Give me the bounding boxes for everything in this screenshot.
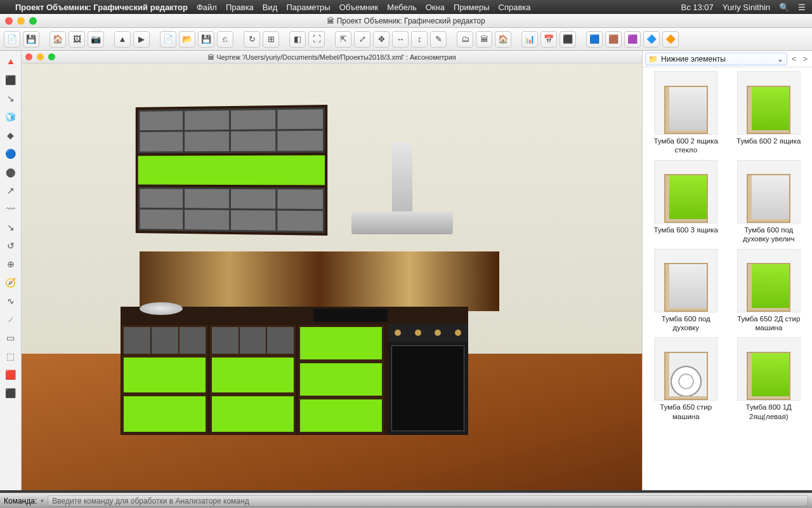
toolbar-button[interactable]: ⬛ [560,31,576,48]
tool-button[interactable]: ∿ [4,294,18,308]
range-hood[interactable] [330,106,475,234]
upper-cabinet[interactable] [136,105,328,236]
toolbar-button[interactable]: ◧ [289,31,306,48]
toolbar-button[interactable]: ↻ [244,31,260,48]
toolbar-button[interactable]: ↕ [411,31,428,48]
menu-furniture[interactable]: Мебель [387,3,417,12]
toolbar-button[interactable]: 🗂 [457,31,473,48]
catalog-item[interactable]: Тумба 800 1Д 2ящ(левая) [730,337,809,421]
toolbar-button[interactable]: 📄 [160,31,176,48]
tool-button[interactable]: 🧭 [4,276,18,290]
minimize-button[interactable] [17,17,25,25]
command-dropdown-icon[interactable]: ▾ [41,497,44,504]
cooktop[interactable] [313,309,388,321]
app-menu-title[interactable]: Проект Объемник: Графический редактор [15,3,188,12]
catalog-item[interactable]: Тумба 600 под духовку [646,249,726,333]
toolbar-button[interactable]: 🟪 [624,31,641,48]
tool-button[interactable]: ▭ [4,331,18,345]
toolbar-button[interactable]: ↔ [392,31,409,48]
spotlight-icon[interactable]: 🔍 [779,3,789,12]
base-cabinet[interactable] [121,324,209,435]
zoom-button[interactable] [29,17,37,25]
left-tool-palette: 🔺⬛↘🧊◆🔵⬤↗〰↘↺⊕🧭∿⟋▭⬚🟥⬛ [0,51,22,490]
toolbar-button[interactable]: 📄 [4,31,20,48]
toolbar-button[interactable]: 💾 [23,31,39,48]
tool-button[interactable]: ⬤ [4,165,18,179]
menu-extras-icon[interactable]: ☰ [798,3,806,12]
toolbar-button[interactable]: ✎ [430,31,447,48]
toolbar-button[interactable]: 📊 [521,31,538,48]
catalog-nav-back[interactable]: < [790,54,799,64]
doc-zoom-button[interactable] [48,53,55,60]
center-pane: 🏛 Чертеж '/Users/yuriy/Documents/Mebel/П… [22,51,642,490]
catalog-item[interactable]: Тумба 650 стир машина [646,337,726,421]
toolbar-button[interactable]: ▶ [133,31,150,48]
toolbar-button[interactable]: 🔶 [662,31,679,48]
doc-minimize-button[interactable] [37,53,44,60]
base-cabinet[interactable] [209,324,297,435]
tool-button[interactable]: ↘ [4,91,18,105]
toolbar-button[interactable]: 🏠 [49,31,66,48]
tool-button[interactable]: ⟋ [4,312,18,326]
tool-button[interactable]: 🔵 [4,147,18,161]
tool-button[interactable]: ⬚ [4,349,18,363]
catalog-nav-forward[interactable]: > [801,54,809,64]
tool-button[interactable]: 🟥 [4,368,18,382]
toolbar-button[interactable]: 🏠 [495,31,511,48]
catalog-thumbnail [654,337,717,401]
catalog-item[interactable]: Тумба 600 2 ящика стекло [646,71,726,155]
catalog-thumbnail [654,71,717,135]
menu-help[interactable]: Справка [499,3,531,12]
toolbar-button[interactable]: ▲ [114,31,131,48]
command-label: Команда: [4,497,37,505]
menu-examples[interactable]: Примеры [454,3,490,12]
tool-button[interactable]: ⊕ [4,257,18,271]
toolbar-button[interactable]: 💾 [198,31,214,48]
menu-file[interactable]: Файл [197,3,217,12]
tool-button[interactable]: ↘ [4,220,18,234]
tool-button[interactable]: 🧊 [4,110,18,124]
3d-viewport[interactable] [22,64,642,490]
toolbar-button[interactable]: 📷 [88,31,104,48]
toolbar-button[interactable]: ✥ [373,31,390,48]
toolbar-button[interactable]: 📅 [540,31,557,48]
catalog-item[interactable]: Тумба 650 2Д стир машина [730,249,809,333]
catalog-item[interactable]: Тумба 600 2 ящика [730,71,809,155]
tool-button[interactable]: ⬛ [4,73,18,87]
toolbar-button[interactable]: ⎌ [217,31,233,48]
menubar-user[interactable]: Yuriy Sinithin [723,3,770,12]
catalog-item[interactable]: Тумба 600 под духовку увелич [730,160,809,244]
toolbar-button[interactable]: ⇱ [335,31,351,48]
toolbar-button[interactable]: 🖼 [69,31,85,48]
main-toolbar: 📄💾🏠🖼📷▲▶📄📂💾⎌↻⊞◧⛶⇱⤢✥↔↕✎🗂🏛🏠📊📅⬛🟦🟫🟪🔷🔶 [0,28,812,51]
menu-edit[interactable]: Правка [226,3,254,12]
tool-button[interactable]: 〰 [4,202,18,216]
tool-button[interactable]: ◆ [4,128,18,142]
tool-button[interactable]: ↗ [4,184,18,197]
toolbar-button[interactable]: 🏛 [476,31,492,48]
tool-button[interactable]: 🔺 [4,55,18,69]
toolbar-button[interactable]: ⤢ [354,31,370,48]
tool-button[interactable]: ⬛ [4,386,18,400]
menu-view[interactable]: Вид [263,3,278,12]
toolbar-button[interactable]: 🟫 [605,31,622,48]
toolbar-button[interactable]: 🟦 [586,31,603,48]
toolbar-button[interactable]: ⊞ [263,31,279,48]
command-input[interactable] [48,495,808,507]
toolbar-button[interactable]: ⛶ [308,31,325,48]
tool-button[interactable]: ↺ [4,239,18,253]
menu-params[interactable]: Параметры [286,3,330,12]
close-button[interactable] [5,17,13,25]
toolbar-button[interactable]: 🔷 [643,31,660,48]
catalog-category-select[interactable]: Нижние элементы [645,53,787,65]
doc-close-button[interactable] [25,53,32,60]
oven-cabinet[interactable] [385,324,468,435]
catalog-thumbnail [737,160,801,224]
catalog-thumbnail [654,160,717,224]
menu-obemnik[interactable]: Объемник [339,3,379,12]
catalog-item[interactable]: Тумба 600 3 ящика [646,160,726,244]
catalog-item-label: Тумба 800 1Д 2ящ(левая) [732,403,806,421]
toolbar-button[interactable]: 📂 [179,31,195,48]
menu-windows[interactable]: Окна [426,3,445,12]
base-cabinet[interactable] [297,324,385,435]
